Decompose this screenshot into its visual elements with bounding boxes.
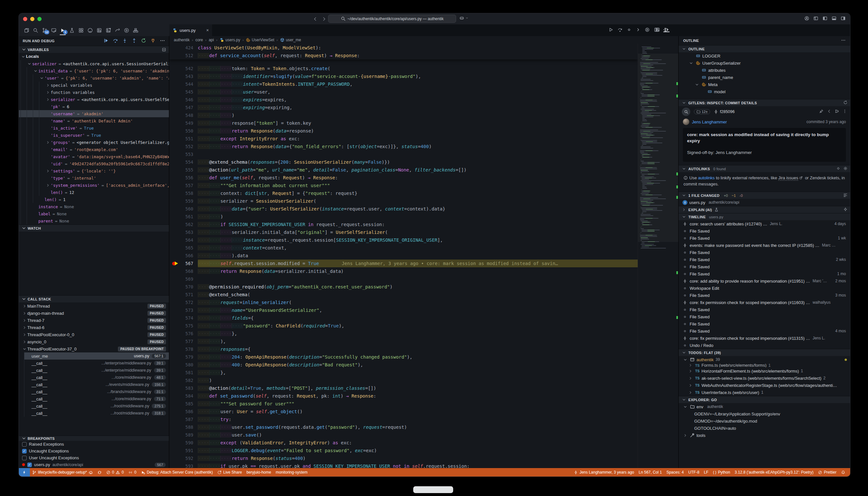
variable-row[interactable]: 'user'={'pk': 6, 'username': 'akadmin', … bbox=[19, 74, 169, 81]
customize-layout-icon[interactable] bbox=[813, 16, 818, 22]
activity-item-source-control[interactable]: 12 bbox=[40, 25, 49, 35]
todo-file-row[interactable]: TSUserInterface.ts (web/src/user)1 bbox=[679, 389, 850, 396]
thread-row[interactable]: Thread-7PAUSED bbox=[19, 317, 169, 324]
thread-row[interactable]: MainThreadPAUSED bbox=[19, 303, 169, 310]
commit-sha[interactable]: f285096 bbox=[714, 109, 734, 114]
code-editor[interactable]: 424class UserViewSet(UsedByMixin, ModelV… bbox=[169, 44, 638, 468]
changed-file-row[interactable]: ±users.pyauthentik/core/api bbox=[679, 199, 850, 206]
command-center-search[interactable]: ~/dev/authentik/authentik/core/api/users… bbox=[328, 15, 456, 23]
stack-frame-row[interactable]: __call__.../enterprise/middleware.py39:1 bbox=[25, 360, 169, 367]
timeline-item[interactable]: Undo / Redo bbox=[679, 342, 850, 349]
status-notifications[interactable] bbox=[839, 468, 848, 477]
breakpoint-checkbox[interactable] bbox=[22, 442, 27, 447]
activity-item-run-and-debug[interactable]: 1 bbox=[58, 25, 67, 35]
todo-file-row[interactable]: TSWebAuthnAuthenticatorRegisterStage.ts … bbox=[679, 382, 850, 389]
step-into-button[interactable] bbox=[122, 38, 127, 44]
variable-row[interactable]: special variables bbox=[19, 81, 169, 89]
todo-file-row[interactable]: TSHorizontalFormElement.ts (web/src/elem… bbox=[679, 367, 850, 374]
go-tools-row[interactable]: tools bbox=[679, 432, 850, 439]
variable-row[interactable]: 'email'='root@example.com' bbox=[19, 146, 169, 153]
variable-row[interactable]: 'system_permissions'=['access_admin_inte… bbox=[19, 182, 169, 189]
panel-left-icon[interactable] bbox=[822, 16, 827, 22]
activity-item-search[interactable] bbox=[31, 25, 40, 35]
breakpoints-section-header[interactable]: BREAKPOINTS bbox=[19, 436, 169, 441]
copilot-menu[interactable] bbox=[459, 16, 469, 20]
stack-frame-row[interactable]: __call__.../enterprise/middleware.py39:1 bbox=[25, 367, 169, 374]
breakpoint-row[interactable]: Raised Exceptions bbox=[19, 441, 169, 448]
variable-row[interactable]: 'settings'={'locale': ''} bbox=[19, 167, 169, 174]
activity-item-explorer[interactable] bbox=[22, 25, 31, 35]
account-icon[interactable] bbox=[804, 16, 809, 22]
breakpoint-checkbox[interactable]: ✓ bbox=[27, 463, 32, 467]
status-sync[interactable] bbox=[95, 468, 104, 477]
collapse-all-icon[interactable] bbox=[161, 47, 166, 52]
file-changed-section-header[interactable]: 1 FILE CHANGED+0~1-0 bbox=[679, 192, 850, 199]
timeline-item[interactable]: File Saved1 mo bbox=[679, 270, 850, 277]
activity-item-gitlens[interactable] bbox=[113, 25, 122, 35]
step-out-button[interactable] bbox=[131, 38, 137, 44]
jira-issues-link[interactable]: Jira issues bbox=[778, 175, 798, 181]
explain-ai-section-header[interactable]: EXPLAIN (AI) bbox=[679, 206, 850, 213]
line-number-gutter[interactable]: 567 bbox=[169, 260, 198, 267]
timeline-item[interactable]: File Saved bbox=[679, 313, 850, 320]
todo-project-row[interactable]: authentik39 bbox=[679, 356, 850, 363]
thread-row[interactable]: ThreadPoolExecutor-0_0PAUSED bbox=[19, 331, 169, 338]
outline-item[interactable]: model bbox=[679, 88, 850, 95]
history-back-icon[interactable] bbox=[313, 17, 318, 21]
outline-item[interactable]: attributes bbox=[679, 66, 850, 74]
status-live-share[interactable]: Live Share bbox=[215, 468, 244, 477]
step-over-button[interactable] bbox=[113, 38, 118, 44]
stack-frame-row[interactable]: __call__.../core/middleware.py71:1 bbox=[25, 395, 169, 402]
panel-bottom-icon[interactable] bbox=[832, 16, 837, 22]
activity-item-remote-explorer[interactable] bbox=[49, 25, 58, 35]
status-blame[interactable]: Jens Langhammer, 3 years ago bbox=[571, 468, 636, 477]
stack-frame-row[interactable]: user_meusers.py567:1 bbox=[25, 353, 169, 360]
breadcrumb-item[interactable]: authentik bbox=[174, 38, 190, 42]
go-back-icon[interactable] bbox=[618, 27, 622, 33]
more-actions-icon[interactable] bbox=[841, 39, 846, 43]
restart-button[interactable] bbox=[141, 38, 146, 44]
outline-item[interactable]: parent_name bbox=[679, 74, 850, 81]
timeline-item[interactable]: core: fix permission check for scoped im… bbox=[679, 335, 850, 342]
disconnect-button[interactable] bbox=[151, 38, 156, 44]
activity-item-testing[interactable] bbox=[67, 25, 76, 35]
timeline-item[interactable]: File Saved1 wk bbox=[679, 234, 850, 242]
minimize-window-button[interactable] bbox=[30, 17, 34, 21]
timeline-item[interactable]: File Saved2 wks bbox=[679, 256, 850, 263]
breadcrumb-item[interactable]: api bbox=[208, 38, 214, 42]
todo-file-row[interactable]: TSak-search-select-view.ts (web/src/elem… bbox=[679, 374, 850, 382]
status-python-env[interactable]: 3.12.8 ('authentik-xEAhpGPh-py3.12': Poe… bbox=[732, 468, 816, 477]
variable-row[interactable]: serializer=<authentik.core.api.users.Ses… bbox=[19, 60, 169, 67]
todos-section-header[interactable]: TODOS: FLAT (39) bbox=[679, 349, 850, 356]
activity-item-organization[interactable] bbox=[131, 25, 140, 35]
timeline-item[interactable]: File Saved3 mos bbox=[679, 292, 850, 299]
timeline-item[interactable]: File Saved bbox=[679, 227, 850, 234]
panel-right-icon[interactable] bbox=[841, 16, 846, 22]
status-ports[interactable]: 0 bbox=[126, 468, 139, 477]
variable-row[interactable]: 'uid'='49d24724dfa590a20fb5961e9c6673cd1… bbox=[19, 160, 169, 167]
todo-file-row[interactable]: TSForms.ts (web/src/elements/forms)1 bbox=[679, 363, 850, 367]
call-stack-section-header[interactable]: CALL STACK bbox=[19, 295, 169, 303]
breakpoint-row[interactable]: ✓users.pyauthentik/core/api567 bbox=[19, 461, 169, 468]
variable-row[interactable]: 'type'='internal' bbox=[19, 174, 169, 182]
close-window-button[interactable] bbox=[23, 17, 27, 21]
commit-message-box[interactable]: core: mark session as modified instead o… bbox=[683, 128, 846, 162]
list-icon[interactable] bbox=[843, 193, 848, 198]
outline-section-header[interactable]: OUTLINE bbox=[679, 45, 850, 52]
timeline-item[interactable]: File Saved bbox=[679, 249, 850, 256]
variable-row[interactable]: 'name'='authentik Default Admin' bbox=[19, 117, 169, 124]
graph-icon[interactable] bbox=[835, 109, 839, 114]
variable-row[interactable]: label=None bbox=[19, 210, 169, 217]
variable-row[interactable]: len()=1 bbox=[19, 196, 169, 203]
timeline-item[interactable]: File Saved4 mos bbox=[679, 327, 850, 335]
outline-item[interactable]: LOGGER bbox=[679, 52, 850, 59]
stack-frame-row[interactable]: __call__.../core/middleware.py48:1 bbox=[25, 374, 169, 381]
status-debug-session[interactable]: Debug: Attach Server Core (authentik) bbox=[139, 468, 215, 477]
autolinks-section-header[interactable]: AUTOLINKS0 found bbox=[679, 165, 850, 172]
thread-row[interactable]: django-main-threadPAUSED bbox=[19, 310, 169, 317]
minimap[interactable] bbox=[638, 44, 678, 468]
variable-row[interactable]: len()=12 bbox=[19, 189, 169, 196]
breadcrumb-item[interactable]: UserViewSet bbox=[246, 38, 274, 42]
activity-item-extensions[interactable] bbox=[76, 25, 86, 35]
stack-frame-row[interactable]: __call__.../events/middleware.py156:1 bbox=[25, 381, 169, 388]
